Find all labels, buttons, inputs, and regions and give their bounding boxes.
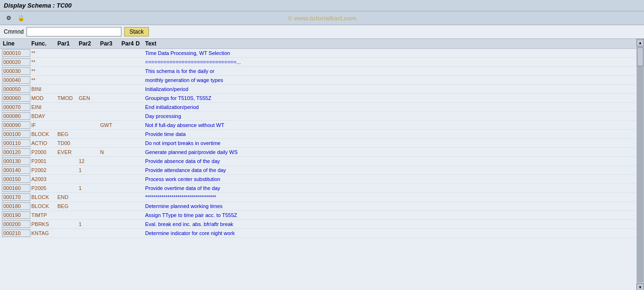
- header-d: D: [135, 40, 144, 47]
- cell-d: [135, 224, 144, 225]
- cell-par3: [99, 134, 120, 135]
- table-row[interactable]: 000090 IF GWT Not if full-day absence wi…: [0, 121, 636, 130]
- cell-text: Eval. break end inc. abs. bfr/aftr break: [144, 221, 635, 227]
- table-row[interactable]: 000020 ** ==============================…: [0, 58, 636, 67]
- cell-func: P2002: [30, 167, 56, 173]
- cell-func: BDAY: [30, 113, 56, 119]
- table-row[interactable]: 000040 ** monthly generation of wage typ…: [0, 76, 636, 85]
- cell-text: Provide absence data of the day: [144, 158, 635, 164]
- cell-line: 000180: [2, 202, 30, 210]
- cell-par3: [99, 71, 120, 72]
- settings-icon[interactable]: ⚙: [4, 13, 13, 23]
- command-input[interactable]: [27, 27, 121, 36]
- title-bar: Display Schema : TC00: [0, 0, 644, 11]
- table-row[interactable]: 000100 BLOCK BEG Provide time data: [0, 130, 636, 139]
- cell-par3: [99, 53, 120, 54]
- cell-text: Time Data Processing, WT Selection: [144, 50, 635, 56]
- table-row[interactable]: 000130 P2001 12 Provide absence data of …: [0, 157, 636, 166]
- cell-par1: [56, 71, 78, 72]
- cell-line: 000120: [2, 148, 30, 156]
- header-text: Text: [144, 40, 635, 47]
- table-row[interactable]: 000010 ** Time Data Processing, WT Selec…: [0, 49, 636, 58]
- cell-par3: [99, 89, 120, 90]
- cell-text: Day processing: [144, 113, 635, 119]
- cell-func: PBRKS: [30, 221, 56, 227]
- cell-d: [135, 80, 144, 81]
- cell-line: 000070: [2, 103, 30, 111]
- header-par2: Par2: [78, 40, 99, 47]
- cell-d: [135, 215, 144, 216]
- table-row[interactable]: 000060 MOD TMOD GEN Groupings for T510S,…: [0, 94, 636, 103]
- cell-d: [135, 233, 144, 234]
- cell-par1: TMOD: [56, 95, 78, 101]
- table-row[interactable]: 000170 BLOCK END ***********************…: [0, 193, 636, 202]
- cell-par3: [99, 80, 120, 81]
- cell-line: 000140: [2, 166, 30, 174]
- cell-d: [135, 179, 144, 180]
- cell-line: 000170: [2, 193, 30, 201]
- cell-par2: [78, 89, 99, 90]
- table-row[interactable]: 000110 ACTIO TD00 Do not import breaks i…: [0, 139, 636, 148]
- cell-par1: [56, 89, 78, 90]
- table-row[interactable]: 000070 EINI End initialization/period: [0, 103, 636, 112]
- cell-text: ***********************************: [144, 194, 635, 200]
- lock-icon[interactable]: 🔒: [16, 13, 26, 23]
- table-row[interactable]: 000140 P2002 1 Provide attendance data o…: [0, 166, 636, 175]
- table-row[interactable]: 000150 A2003 Process work center substit…: [0, 175, 636, 184]
- cell-par3: [99, 107, 120, 108]
- cell-par2: [78, 152, 99, 153]
- scroll-down-button[interactable]: ▼: [636, 283, 644, 290]
- cell-par4: [120, 224, 135, 225]
- cell-d: [135, 170, 144, 171]
- cell-func: EINI: [30, 104, 56, 110]
- table-row[interactable]: 000210 KNTAG Determine indicator for cor…: [0, 229, 636, 238]
- table-row[interactable]: 000200 PBRKS 1 Eval. break end inc. abs.…: [0, 220, 636, 229]
- table-row[interactable]: 000160 P2005 1 Provide overtime data of …: [0, 184, 636, 193]
- cell-par4: [120, 179, 135, 180]
- cell-par2: [78, 206, 99, 207]
- cell-par2: [78, 116, 99, 117]
- cell-par1: TD00: [56, 140, 78, 146]
- cell-line: 000160: [2, 184, 30, 192]
- cell-par4: [120, 188, 135, 189]
- table-row[interactable]: 000050 BINI Initialization/period: [0, 85, 636, 94]
- cell-par1: BEG: [56, 131, 78, 137]
- cell-line: 000040: [2, 76, 30, 84]
- cell-text: ==============================...: [144, 59, 635, 65]
- cell-par4: [120, 197, 135, 198]
- cell-par2: [78, 215, 99, 216]
- cell-par1: END: [56, 194, 78, 200]
- cell-par2: [78, 134, 99, 135]
- cell-line: 000200: [2, 220, 30, 228]
- cell-par3: [99, 215, 120, 216]
- cell-par2: 1: [78, 185, 99, 191]
- cell-par1: [56, 80, 78, 81]
- cell-func: BLOCK: [30, 131, 56, 137]
- toolbar: ⚙ 🔒 © www.tutorialkart.com: [0, 11, 644, 25]
- cell-line: 000190: [2, 211, 30, 219]
- scroll-thumb[interactable]: [637, 47, 644, 66]
- table-row[interactable]: 000030 ** This schema is for the daily o…: [0, 67, 636, 76]
- cell-text: End initialization/period: [144, 104, 635, 110]
- header-line: Line: [2, 40, 30, 47]
- cell-text: Provide attendance data of the day: [144, 167, 635, 173]
- scrollbar[interactable]: ▲ ▼: [636, 39, 644, 290]
- cell-par4: [120, 161, 135, 162]
- cell-func: **: [30, 77, 56, 83]
- cell-par1: [56, 53, 78, 54]
- scroll-up-button[interactable]: ▲: [636, 39, 644, 46]
- table-row[interactable]: 000190 TIMTP Assign TType to time pair a…: [0, 211, 636, 220]
- table-row[interactable]: 000080 BDAY Day processing: [0, 112, 636, 121]
- cell-text: Provide overtime data of the day: [144, 185, 635, 191]
- table-row[interactable]: 000120 P2000 EVER N Generate planned pai…: [0, 148, 636, 157]
- cell-par4: [120, 125, 135, 126]
- cell-line: 000030: [2, 67, 30, 75]
- stack-button[interactable]: Stack: [124, 27, 149, 36]
- table-row[interactable]: 000180 BLOCK BEG Determine planned worki…: [0, 202, 636, 211]
- cell-d: [135, 197, 144, 198]
- cell-par3: [99, 197, 120, 198]
- cell-par2: 1: [78, 221, 99, 227]
- cell-par4: [120, 152, 135, 153]
- cell-par3: [99, 116, 120, 117]
- scroll-track[interactable]: [637, 47, 644, 282]
